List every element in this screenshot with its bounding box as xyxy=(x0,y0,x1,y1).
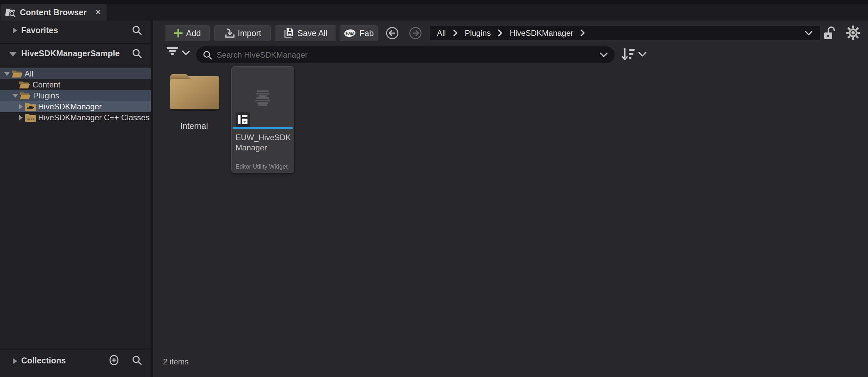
add-collection-icon[interactable] xyxy=(108,355,119,366)
tab-title: Content Browser xyxy=(20,8,87,17)
folder-open-icon xyxy=(20,91,31,100)
favorites-header[interactable]: Favorites xyxy=(21,26,58,35)
asset-type-label: Editor Utility Widget xyxy=(236,163,287,170)
tree-item-hivesdkmanager-cpp[interactable]: C++ HiveSDKManager C++ Classes xyxy=(0,112,151,123)
path-dropdown-icon[interactable] xyxy=(805,31,813,35)
expander-right-icon[interactable] xyxy=(19,115,23,120)
search-icon xyxy=(203,50,212,60)
add-button[interactable]: Add xyxy=(165,25,210,41)
back-button[interactable] xyxy=(385,27,399,40)
tree-item-plugins[interactable]: Plugins xyxy=(0,90,151,101)
folder-plugin-icon xyxy=(25,102,36,111)
search-input[interactable] xyxy=(217,50,595,60)
filter-dropdown-icon[interactable] xyxy=(182,50,190,55)
folder-open-icon xyxy=(19,80,30,89)
folder-icon-large xyxy=(168,69,221,112)
import-icon xyxy=(224,28,235,38)
tree-item-label: Content xyxy=(32,80,60,89)
project-header[interactable]: HiveSDKManagerSample xyxy=(21,49,120,58)
tab-content-browser[interactable]: Content Browser ✕ xyxy=(1,4,107,21)
chevron-right-icon xyxy=(498,30,502,36)
tab-bar: Content Browser ✕ xyxy=(0,4,868,21)
folder-cpp-icon: C++ xyxy=(25,113,36,122)
save-all-button[interactable]: Save All xyxy=(275,25,336,41)
project-expander-icon[interactable] xyxy=(9,52,17,57)
expander-right-icon[interactable] xyxy=(19,104,23,109)
add-button-label: Add xyxy=(186,29,201,38)
favorites-expander-icon[interactable] xyxy=(13,28,17,33)
collections-search-icon[interactable] xyxy=(132,355,142,365)
expander-down-icon[interactable] xyxy=(12,94,18,98)
asset-card-euw-hivesdkmanager[interactable]: ♥ EUW_HiveSDK Manager Editor Utility Wid… xyxy=(231,66,294,173)
sidebar: Favorites HiveSDKManagerSample All Conte… xyxy=(0,21,151,377)
tree-item-label: Plugins xyxy=(33,91,59,100)
widget-preview xyxy=(231,90,294,107)
fab-button-label: Fab xyxy=(360,29,374,38)
breadcrumb-item-all[interactable]: All xyxy=(437,29,446,38)
editor-utility-widget-icon: ♥ xyxy=(236,112,250,127)
tree-item-content[interactable]: Content xyxy=(0,79,151,90)
asset-type-color-bar xyxy=(232,127,293,129)
collections-header[interactable]: Collections xyxy=(21,356,66,366)
save-all-icon xyxy=(284,28,294,39)
sort-dropdown-icon[interactable] xyxy=(638,52,647,57)
settings-gear-icon[interactable] xyxy=(845,25,861,40)
import-button-label: Import xyxy=(238,29,261,38)
forward-button[interactable] xyxy=(409,27,422,40)
project-search-icon[interactable] xyxy=(132,49,142,58)
tree-item-all[interactable]: All xyxy=(0,68,151,79)
panel-divider[interactable] xyxy=(151,21,153,377)
lock-open-icon[interactable] xyxy=(824,26,836,40)
import-button[interactable]: Import xyxy=(214,25,271,41)
divider xyxy=(0,43,151,44)
sort-icon[interactable] xyxy=(621,46,636,62)
tree-item-label: HiveSDKManager C++ Classes xyxy=(38,113,149,122)
search-options-icon[interactable] xyxy=(599,52,608,57)
tab-close-icon[interactable]: ✕ xyxy=(95,8,101,16)
folder-tree: All Content Plugins xyxy=(0,68,151,123)
fab-icon: FAB xyxy=(344,29,356,37)
tree-item-label: All xyxy=(25,69,33,78)
tree-item-hivesdkmanager[interactable]: HiveSDKManager xyxy=(0,101,151,112)
collections-expander-icon[interactable] xyxy=(13,358,17,364)
chevron-right-icon xyxy=(453,30,458,36)
fab-button[interactable]: FAB Fab xyxy=(340,25,378,41)
folder-tile-internal[interactable]: Internal xyxy=(168,69,221,131)
asset-thumbnail: ♥ xyxy=(231,67,294,128)
folder-open-icon xyxy=(11,69,23,78)
filter-icon[interactable] xyxy=(166,47,178,57)
divider xyxy=(0,66,151,66)
svg-text:C++: C++ xyxy=(28,117,34,121)
window-top-strip xyxy=(0,0,868,4)
plus-icon xyxy=(174,29,183,38)
item-count: 2 items xyxy=(163,357,188,367)
chevron-right-icon xyxy=(581,30,585,36)
breadcrumb-item-plugins[interactable]: Plugins xyxy=(465,29,491,38)
search-bar xyxy=(196,46,615,63)
svg-text:FAB: FAB xyxy=(346,31,354,36)
tree-item-label: HiveSDKManager xyxy=(38,102,102,111)
save-all-button-label: Save All xyxy=(298,29,327,38)
content-browser-icon xyxy=(5,7,16,17)
expander-down-icon[interactable] xyxy=(4,72,10,76)
divider xyxy=(0,349,151,350)
breadcrumb-item-hivesdkmanager[interactable]: HiveSDKManager xyxy=(509,29,573,38)
favorites-search-icon[interactable] xyxy=(132,25,142,35)
folder-name: Internal xyxy=(168,121,221,131)
content-browser-window: Content Browser ✕ Favorites HiveSDKManag… xyxy=(0,0,868,377)
asset-name: EUW_HiveSDK Manager xyxy=(236,132,290,153)
breadcrumb: All Plugins HiveSDKManager xyxy=(429,26,820,40)
